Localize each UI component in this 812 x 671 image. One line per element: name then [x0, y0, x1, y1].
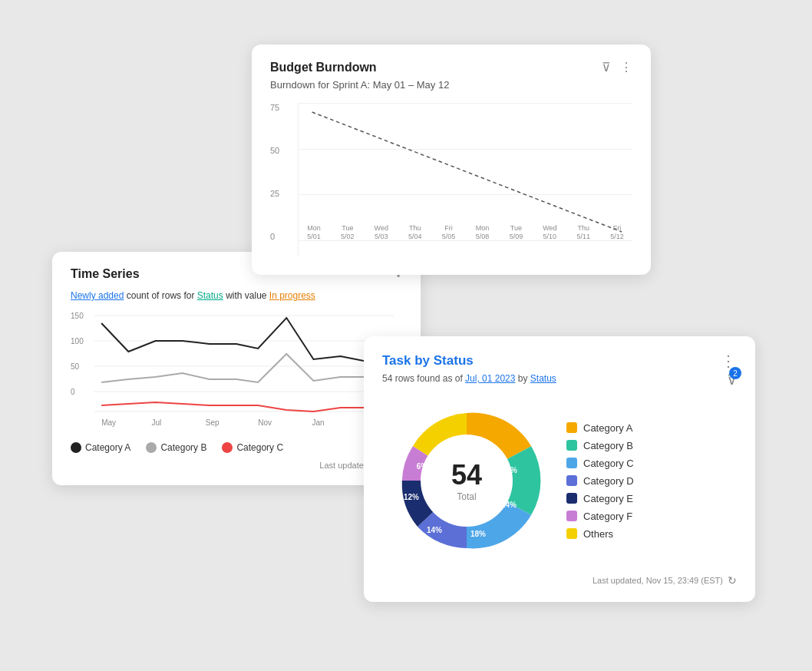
- bar-label: Wed5/10: [543, 224, 556, 241]
- bar-label: Fri5/12: [610, 224, 624, 241]
- task-card-header: Task by Status ⋮: [382, 352, 737, 370]
- ts-text1: count of rows for: [127, 290, 197, 301]
- ts-legend: Category A Category B Category C: [71, 442, 402, 453]
- task-legend-item-b: Category B: [566, 440, 634, 451]
- task-legend-item-f: Category F: [566, 511, 634, 522]
- bar-group: Tue5/09: [500, 221, 531, 241]
- task-legend-label-others: Others: [583, 528, 613, 540]
- task-legend-dot-b: [566, 440, 577, 451]
- filter-icon[interactable]: ⊽: [602, 60, 611, 74]
- bar-group: Mon5/08: [467, 221, 498, 241]
- task-legend-dot-f: [566, 511, 577, 521]
- task-legend-label-a: Category A: [583, 422, 632, 434]
- refresh-icon[interactable]: ↻: [728, 574, 737, 587]
- task-title: Task by Status: [382, 353, 474, 369]
- task-legend-item-a: Category A: [566, 422, 634, 434]
- task-legend-item-e: Category E: [566, 493, 634, 504]
- bar-chart: Mon5/01Tue5/02Wed5/03Thu5/04Fri5/05Mon5/…: [298, 103, 632, 256]
- bar-label: Fri5/05: [442, 224, 456, 241]
- bar-group: Wed5/03: [366, 221, 397, 241]
- bar-label: Wed5/03: [375, 224, 388, 241]
- bar-label: Tue5/09: [510, 224, 523, 241]
- svg-text:18%: 18%: [470, 530, 486, 538]
- task-by-status-card: Task by Status ⋮ 54 rows found as of Jul…: [364, 336, 755, 602]
- task-legend-item-c: Category C: [566, 458, 634, 469]
- budget-title: Budget Burndown: [270, 61, 377, 74]
- task-date-link[interactable]: Jul, 01 2023: [465, 373, 515, 384]
- ts-link-status[interactable]: Status: [197, 290, 223, 301]
- task-legend-dot-a: [566, 422, 577, 433]
- svg-text:Jul: Jul: [151, 418, 161, 427]
- task-footer-text: Last updated, Nov 15, 23:49 (EST): [592, 576, 723, 585]
- svg-text:May: May: [101, 418, 116, 427]
- svg-text:14%: 14%: [427, 526, 442, 534]
- legend-label-a: Category A: [85, 442, 130, 453]
- task-legend-label-c: Category C: [583, 458, 634, 469]
- legend-dot-a: [71, 442, 81, 453]
- task-legend-dot-others: [566, 528, 577, 539]
- bar-label: Mon5/01: [307, 224, 321, 241]
- budget-chart-area: 75 50 25 0 Mon5/01Tue5/02Wed5/03Thu5/04F…: [270, 103, 632, 256]
- task-legend-item-others: Others: [566, 528, 634, 540]
- legend-label-b: Category B: [160, 442, 206, 453]
- donut-total: 54: [451, 459, 482, 491]
- task-legend-item-d: Category D: [566, 475, 634, 487]
- legend-item-c: Category C: [222, 442, 283, 453]
- donut-center: 54 Total: [451, 459, 482, 502]
- task-legend-dot-e: [566, 493, 577, 504]
- bar-group: Wed5/10: [534, 221, 565, 241]
- budget-card-icons: ⊽ ⋮: [602, 60, 632, 74]
- svg-text:Sep: Sep: [206, 418, 220, 427]
- donut-chart: 26% 24% 18% 14% 12% 6% 54 Total: [382, 396, 551, 565]
- bar-label: Thu5/11: [576, 224, 590, 241]
- ts-chart: 150 100 50 0 May Jul Sep Nov Jan Mar: [71, 312, 402, 435]
- task-legend-dot-c: [566, 458, 577, 468]
- svg-text:12%: 12%: [404, 493, 419, 501]
- task-legend-label-b: Category B: [583, 440, 633, 451]
- task-subtitle: 54 rows found as of Jul, 01 2023 by Stat…: [382, 373, 737, 384]
- svg-text:Jan: Jan: [312, 418, 324, 427]
- donut-total-label: Total: [451, 491, 482, 502]
- task-subtitle-prefix: 54 rows found as of: [382, 373, 465, 384]
- ts-text2: with value: [226, 290, 269, 301]
- svg-text:6%: 6%: [417, 462, 428, 471]
- svg-text:50: 50: [71, 362, 80, 371]
- bar-group: Thu5/11: [568, 221, 599, 241]
- bar-group: Thu5/04: [400, 221, 431, 241]
- bar-group: Mon5/01: [299, 221, 329, 241]
- ts-footer: Last updated, Nov 15,: [71, 461, 402, 470]
- svg-text:24%: 24%: [501, 501, 517, 509]
- bar-group: Fri5/12: [602, 221, 632, 241]
- task-legend-label-d: Category D: [583, 475, 634, 487]
- task-body: 26% 24% 18% 14% 12% 6% 54 Total Category…: [382, 396, 737, 565]
- legend-dot-c: [222, 442, 233, 453]
- more-icon[interactable]: ⋮: [620, 60, 632, 74]
- task-legend-dot-d: [566, 475, 577, 486]
- task-filter-badge: 2: [729, 367, 741, 379]
- legend-item-a: Category A: [71, 442, 130, 453]
- svg-text:Nov: Nov: [258, 418, 272, 427]
- task-filter-button[interactable]: ⊽ 2: [727, 372, 737, 388]
- bar-label: Thu5/04: [408, 224, 422, 241]
- bar-group: Tue5/02: [332, 221, 363, 241]
- budget-subtitle: Burndown for Sprint A: May 01 – May 12: [270, 79, 632, 91]
- ts-chart-svg: 150 100 50 0 May Jul Sep Nov Jan Mar: [71, 312, 402, 435]
- task-subtitle-mid: by: [518, 373, 530, 384]
- svg-text:0: 0: [71, 388, 75, 396]
- bar-group: Fri5/05: [434, 221, 464, 241]
- legend-dot-b: [146, 442, 157, 453]
- task-legend-label-f: Category F: [583, 511, 632, 522]
- task-status-link[interactable]: Status: [530, 373, 556, 384]
- legend-label-c: Category C: [236, 442, 283, 453]
- task-legend: Category A Category B Category C Categor…: [566, 422, 634, 540]
- bar-label: Mon5/08: [476, 224, 490, 241]
- ts-subtitle: Newly added count of rows for Status wit…: [71, 289, 402, 302]
- ts-link-newly-added[interactable]: Newly added: [71, 290, 124, 301]
- task-footer: Last updated, Nov 15, 23:49 (EST) ↻: [382, 574, 737, 587]
- legend-item-b: Category B: [146, 442, 206, 453]
- svg-text:100: 100: [71, 337, 84, 345]
- ts-link-inprogress[interactable]: In progress: [269, 290, 315, 301]
- task-legend-label-e: Category E: [583, 493, 633, 504]
- svg-text:26%: 26%: [502, 466, 517, 474]
- svg-text:150: 150: [71, 312, 84, 320]
